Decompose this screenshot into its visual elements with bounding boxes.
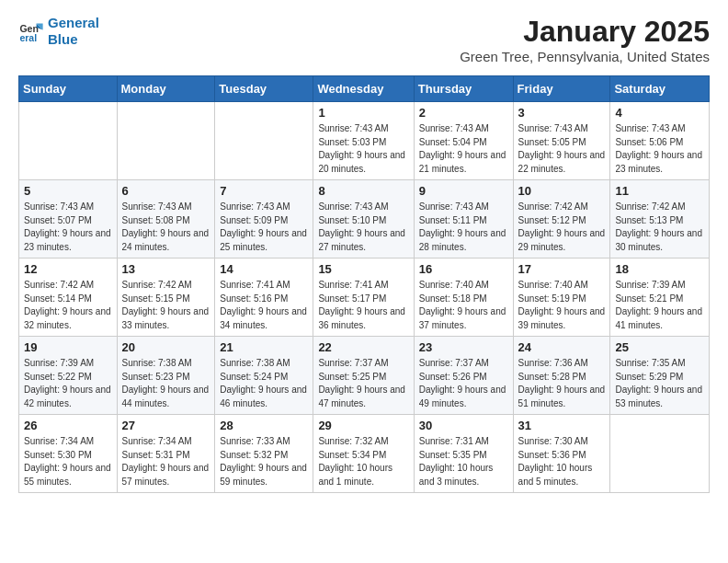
- day-number: 19: [24, 340, 112, 354]
- calendar-cell: 1Sunrise: 7:43 AMSunset: 5:03 PMDaylight…: [313, 102, 414, 180]
- day-number: 14: [220, 262, 308, 276]
- weekday-header: Wednesday: [313, 76, 414, 102]
- day-number: 25: [615, 340, 704, 354]
- calendar-cell: 25Sunrise: 7:35 AMSunset: 5:29 PMDayligh…: [610, 337, 710, 415]
- day-number: 22: [318, 340, 408, 354]
- day-info: Sunrise: 7:39 AMSunset: 5:22 PMDaylight:…: [24, 357, 112, 410]
- weekday-header: Saturday: [610, 76, 710, 102]
- day-info: Sunrise: 7:42 AMSunset: 5:13 PMDaylight:…: [615, 201, 704, 254]
- calendar-cell: 16Sunrise: 7:40 AMSunset: 5:18 PMDayligh…: [414, 259, 513, 337]
- calendar-cell: 29Sunrise: 7:32 AMSunset: 5:34 PMDayligh…: [313, 415, 414, 493]
- day-number: 24: [518, 340, 606, 354]
- calendar-cell: 18Sunrise: 7:39 AMSunset: 5:21 PMDayligh…: [610, 259, 710, 337]
- day-info: Sunrise: 7:42 AMSunset: 5:12 PMDaylight:…: [518, 201, 606, 254]
- calendar-cell: 10Sunrise: 7:42 AMSunset: 5:12 PMDayligh…: [513, 180, 610, 259]
- day-number: 28: [220, 419, 308, 432]
- day-info: Sunrise: 7:42 AMSunset: 5:14 PMDaylight:…: [24, 279, 112, 332]
- calendar-cell: 15Sunrise: 7:41 AMSunset: 5:17 PMDayligh…: [313, 259, 414, 337]
- calendar-cell: 30Sunrise: 7:31 AMSunset: 5:35 PMDayligh…: [414, 415, 513, 493]
- day-info: Sunrise: 7:43 AMSunset: 5:07 PMDaylight:…: [24, 201, 112, 254]
- day-number: 16: [419, 262, 508, 276]
- day-info: Sunrise: 7:32 AMSunset: 5:34 PMDaylight:…: [318, 435, 408, 488]
- day-info: Sunrise: 7:31 AMSunset: 5:35 PMDaylight:…: [419, 435, 508, 488]
- calendar-cell: [117, 102, 215, 180]
- calendar-cell: 21Sunrise: 7:38 AMSunset: 5:24 PMDayligh…: [215, 337, 313, 415]
- day-number: 26: [24, 419, 112, 432]
- day-number: 27: [122, 419, 210, 432]
- day-number: 15: [318, 262, 408, 276]
- weekday-header: Tuesday: [215, 76, 313, 102]
- calendar-cell: 11Sunrise: 7:42 AMSunset: 5:13 PMDayligh…: [610, 180, 710, 259]
- calendar-cell: 2Sunrise: 7:43 AMSunset: 5:04 PMDaylight…: [414, 102, 513, 180]
- day-number: 6: [122, 184, 210, 198]
- calendar-cell: 13Sunrise: 7:42 AMSunset: 5:15 PMDayligh…: [117, 259, 215, 337]
- day-number: 1: [318, 106, 408, 120]
- weekday-header: Monday: [117, 76, 215, 102]
- weekday-header: Friday: [513, 76, 610, 102]
- day-number: 13: [122, 262, 210, 276]
- day-number: 8: [318, 184, 408, 198]
- calendar-cell: 14Sunrise: 7:41 AMSunset: 5:16 PMDayligh…: [215, 259, 313, 337]
- svg-text:eral: eral: [19, 32, 37, 43]
- logo-text: General Blue: [48, 15, 99, 48]
- day-info: Sunrise: 7:34 AMSunset: 5:30 PMDaylight:…: [24, 435, 112, 488]
- day-number: 23: [419, 340, 508, 354]
- calendar-cell: 3Sunrise: 7:43 AMSunset: 5:05 PMDaylight…: [513, 102, 610, 180]
- day-number: 9: [419, 184, 508, 198]
- day-number: 20: [122, 340, 210, 354]
- day-number: 10: [518, 184, 606, 198]
- day-info: Sunrise: 7:42 AMSunset: 5:15 PMDaylight:…: [122, 279, 210, 332]
- weekday-header: Sunday: [19, 76, 118, 102]
- day-info: Sunrise: 7:37 AMSunset: 5:25 PMDaylight:…: [318, 357, 408, 410]
- day-number: 30: [419, 419, 508, 432]
- day-info: Sunrise: 7:43 AMSunset: 5:10 PMDaylight:…: [318, 201, 408, 254]
- calendar-cell: 31Sunrise: 7:30 AMSunset: 5:36 PMDayligh…: [513, 415, 610, 493]
- day-number: 17: [518, 262, 606, 276]
- calendar-cell: 8Sunrise: 7:43 AMSunset: 5:10 PMDaylight…: [313, 180, 414, 259]
- calendar-cell: 24Sunrise: 7:36 AMSunset: 5:28 PMDayligh…: [513, 337, 610, 415]
- day-info: Sunrise: 7:33 AMSunset: 5:32 PMDaylight:…: [220, 435, 308, 488]
- day-number: 7: [220, 184, 308, 198]
- day-info: Sunrise: 7:38 AMSunset: 5:24 PMDaylight:…: [220, 357, 308, 410]
- page-header: Gen eral General Blue January 2025 Green…: [18, 15, 710, 64]
- day-info: Sunrise: 7:41 AMSunset: 5:17 PMDaylight:…: [318, 279, 408, 332]
- day-info: Sunrise: 7:37 AMSunset: 5:26 PMDaylight:…: [419, 357, 508, 410]
- day-number: 2: [419, 106, 508, 120]
- calendar-cell: 26Sunrise: 7:34 AMSunset: 5:30 PMDayligh…: [19, 415, 118, 493]
- day-info: Sunrise: 7:40 AMSunset: 5:19 PMDaylight:…: [518, 279, 606, 332]
- day-info: Sunrise: 7:35 AMSunset: 5:29 PMDaylight:…: [615, 357, 704, 410]
- day-info: Sunrise: 7:30 AMSunset: 5:36 PMDaylight:…: [518, 435, 606, 488]
- logo: Gen eral General Blue: [18, 15, 99, 48]
- calendar-cell: 7Sunrise: 7:43 AMSunset: 5:09 PMDaylight…: [215, 180, 313, 259]
- calendar-cell: 12Sunrise: 7:42 AMSunset: 5:14 PMDayligh…: [19, 259, 118, 337]
- day-number: 31: [518, 419, 606, 432]
- day-info: Sunrise: 7:43 AMSunset: 5:11 PMDaylight:…: [419, 201, 508, 254]
- calendar-cell: 9Sunrise: 7:43 AMSunset: 5:11 PMDaylight…: [414, 180, 513, 259]
- location: Green Tree, Pennsylvania, United States: [460, 49, 710, 64]
- day-info: Sunrise: 7:39 AMSunset: 5:21 PMDaylight:…: [615, 279, 704, 332]
- calendar-cell: 23Sunrise: 7:37 AMSunset: 5:26 PMDayligh…: [414, 337, 513, 415]
- day-number: 4: [615, 106, 704, 120]
- day-info: Sunrise: 7:43 AMSunset: 5:05 PMDaylight:…: [518, 122, 606, 176]
- calendar: SundayMondayTuesdayWednesdayThursdayFrid…: [18, 75, 710, 493]
- day-info: Sunrise: 7:38 AMSunset: 5:23 PMDaylight:…: [122, 357, 210, 410]
- calendar-cell: 4Sunrise: 7:43 AMSunset: 5:06 PMDaylight…: [610, 102, 710, 180]
- day-info: Sunrise: 7:43 AMSunset: 5:03 PMDaylight:…: [318, 122, 408, 176]
- day-info: Sunrise: 7:43 AMSunset: 5:09 PMDaylight:…: [220, 201, 308, 254]
- day-number: 5: [24, 184, 112, 198]
- calendar-cell: 27Sunrise: 7:34 AMSunset: 5:31 PMDayligh…: [117, 415, 215, 493]
- calendar-cell: 22Sunrise: 7:37 AMSunset: 5:25 PMDayligh…: [313, 337, 414, 415]
- calendar-cell: [610, 415, 710, 493]
- day-number: 12: [24, 262, 112, 276]
- calendar-cell: 20Sunrise: 7:38 AMSunset: 5:23 PMDayligh…: [117, 337, 215, 415]
- calendar-cell: [19, 102, 118, 180]
- calendar-cell: [215, 102, 313, 180]
- day-number: 11: [615, 184, 704, 198]
- day-number: 18: [615, 262, 704, 276]
- day-number: 3: [518, 106, 606, 120]
- calendar-cell: 5Sunrise: 7:43 AMSunset: 5:07 PMDaylight…: [19, 180, 118, 259]
- calendar-week-row: 19Sunrise: 7:39 AMSunset: 5:22 PMDayligh…: [19, 337, 710, 415]
- day-info: Sunrise: 7:41 AMSunset: 5:16 PMDaylight:…: [220, 279, 308, 332]
- month-title: January 2025: [460, 15, 710, 49]
- calendar-week-row: 12Sunrise: 7:42 AMSunset: 5:14 PMDayligh…: [19, 259, 710, 337]
